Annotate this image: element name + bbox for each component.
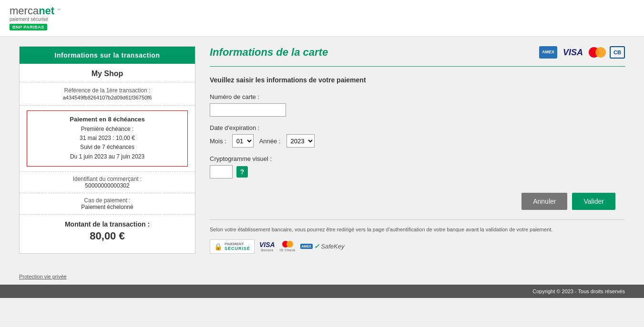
payment-installments-box: Paiement en 8 échéances Première échéanc… [27,110,188,167]
footer: Protection vie privée [0,268,644,285]
expiry-group: Date d'expiration : Mois : 01020304 0506… [210,124,625,148]
premiere-echeance-label: Première échéance : [32,125,183,134]
year-select[interactable]: 2023202420252026 2027202820292030 [286,134,315,148]
card-number-group: Numéro de carte : [210,93,625,117]
cvv-label: Cryptogramme visuel : [210,155,625,162]
transaction-panel-title: Informations sur la transaction [55,51,160,59]
mastercard-logo [589,47,606,58]
month-select[interactable]: 01020304 05060708 09101112 [232,134,254,148]
logo-container: mercanet ··· paiement sécurisé BNP PARIB… [10,6,61,30]
expiry-row: Mois : 01020304 05060708 09101112 Année … [210,134,625,148]
logo-subtitle: paiement sécurisé [10,17,61,22]
bnp-label: BNP PARIBAS [12,25,44,30]
logo-net-text: net [39,5,54,17]
merchant-section: Identifiant du commerçant : 500000000003… [20,171,195,193]
suivi-label: Suivi de 7 échéances [32,143,183,152]
bnp-badge: BNP PARIBAS [10,24,47,30]
action-buttons: Annuler Valider [210,193,625,210]
card-number-input[interactable] [210,103,286,117]
secure-payment-badge: 🔒 PAIEMENT SÉCURISÉ [210,239,255,254]
cas-value: Paiement échelonné [29,204,185,210]
month-label: Mois : [210,138,226,145]
reference-value: a434549fb8264107b2d09d61f36750f6 [29,95,185,100]
mc-orange-circle [595,47,606,58]
amex-small-logo: AMEX [300,244,313,249]
page-header: mercanet ··· paiement sécurisé BNP PARIB… [0,0,644,37]
amount-label: Montant de la transaction : [29,220,185,228]
form-instruction: Veuillez saisir les informations de votr… [210,76,625,84]
card-number-label: Numéro de carte : [210,93,625,100]
cb-logo: CB [610,46,625,59]
card-panel-header: Informations de la carte AMEX VISA CB [210,46,625,59]
amex-safekey-badge: AMEX ✓ SafeKey [300,243,345,250]
amex-logo: AMEX [539,46,557,59]
safekey-label: ✓ SafeKey [314,243,345,250]
mc-circles [282,241,293,248]
cas-section: Cas de paiement : Paiement échelonné [20,193,195,214]
secure-text: PAIEMENT SÉCURISÉ [225,242,250,251]
bottom-bar: Copyright © 2023 - Tous droits réservés [0,285,644,298]
amount-section: Montant de la transaction : 80,00 € [20,214,195,250]
copyright-text: Copyright © 2023 - Tous droits réservés [532,288,625,294]
card-info-panel: Informations de la carte AMEX VISA CB Ve… [210,46,625,254]
visa-logo: VISA [561,48,585,58]
header-divider [210,66,625,67]
cvv-group: Cryptogramme visuel : ? [210,155,625,178]
year-label: Année : [259,138,281,145]
cvv-input[interactable] [210,165,233,178]
amount-value: 80,00 € [29,230,185,242]
lock-icon: 🔒 [214,243,222,250]
expiry-label: Date d'expiration : [210,124,625,131]
cvv-row: ? [210,165,625,178]
suivi-dates: Du 1 juin 2023 au 7 juin 2023 [32,152,183,161]
reference-section: Référence de la 1ère transaction : a4345… [20,82,195,106]
main-content: Informations sur la transaction My Shop … [0,37,644,263]
premiere-echeance-value: 31 mai 2023 : 10,00 € [32,134,183,143]
shop-name: My Shop [20,64,195,82]
transaction-info-panel: Informations sur la transaction My Shop … [19,46,195,254]
installments-title: Paiement en 8 échéances [32,116,183,123]
visa-secure-badge: VISA Secure [259,241,275,252]
logo-merca-text: merca [10,5,39,17]
merchant-id-label: Identifiant du commerçant : [29,176,185,182]
merchant-id-value: 50000000000302 [29,182,185,189]
security-logos: 🔒 PAIEMENT SÉCURISÉ VISA Secure ID Check [210,239,625,254]
cvv-help-button[interactable]: ? [236,166,248,178]
cas-label: Cas de paiement : [29,197,185,204]
mc-idcheck-badge: ID Check [280,241,296,252]
security-notice: Selon votre établissement bancaire, vous… [210,226,625,234]
mc-id-label: ID Check [280,248,296,252]
privacy-link[interactable]: Protection vie privée [19,274,67,279]
card-panel-title: Informations de la carte [210,46,328,59]
validate-button[interactable]: Valider [572,193,615,210]
card-logos: AMEX VISA CB [539,46,625,59]
mercanet-logo: mercanet ··· [10,6,61,16]
mc-id-orange [286,241,293,248]
reference-label: Référence de la 1ère transaction : [29,87,185,94]
cancel-button[interactable]: Annuler [521,193,567,210]
transaction-panel-header: Informations sur la transaction [20,47,195,64]
security-divider [210,219,625,220]
